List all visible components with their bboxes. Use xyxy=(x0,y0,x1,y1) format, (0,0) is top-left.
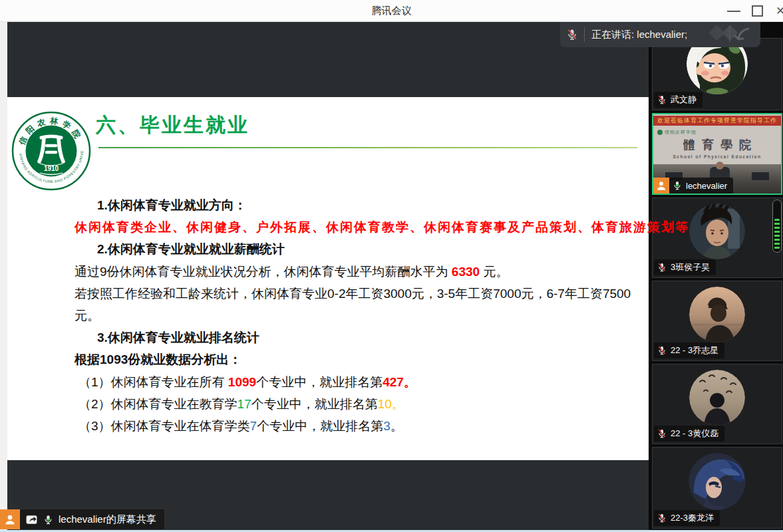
video-hall-subtitle: School of Physical Education xyxy=(653,154,781,159)
participant-name: 22 - 3黄仪磊 xyxy=(671,428,718,440)
slide-salary-line-3: 元。 xyxy=(75,305,649,327)
participant-name-badge: 22-3秦龙洋 xyxy=(654,510,720,526)
avatar-qinlongyang xyxy=(689,453,746,510)
slide-rank-item-1: （1）休闲体育专业在所有 1099个专业中，就业排名第427。 xyxy=(75,371,649,393)
participant-name: 22-3秦龙洋 xyxy=(671,512,714,524)
university-logo: 信阳农林学院 XINYANG AGRICULTURE AND FORESTRY … xyxy=(11,110,92,192)
participant-tile-houzihao[interactable]: 3班侯子昊 xyxy=(652,198,782,278)
minimize-button[interactable] xyxy=(722,0,745,22)
muted-mic-icon xyxy=(657,428,667,439)
participant-tile-lechevalier[interactable]: 欢迎莅临体育工作专项督查学院指导工作 信阳农林学院 體育學院 School of… xyxy=(652,113,782,195)
live-mic-icon xyxy=(672,180,683,191)
presenter-person-icon xyxy=(4,513,16,525)
slide-rank-item-2: （2）休闲体育专业在教育学17个专业中，就业排名第10。 xyxy=(75,393,649,415)
reply-arrow-icon xyxy=(707,25,756,46)
muted-mic-icon xyxy=(657,345,667,356)
participant-name-badge: 22 - 3乔志星 xyxy=(654,342,724,358)
audio-level-fill xyxy=(774,219,780,249)
muted-mic-icon xyxy=(657,513,667,523)
slide-salary-line-2: 若按照工作经验和工龄来统计，休闲体育专业0-2年工资3000元，3-5年工资70… xyxy=(75,283,649,305)
muted-mic-icon xyxy=(657,94,667,105)
slide-rank-intro: 根据1093份就业数据分析出： xyxy=(75,348,649,370)
slide-rank-item-3: （3）休闲体育专业在体育学类7个专业中，就业排名第3。 xyxy=(75,415,649,437)
toast-divider xyxy=(584,27,585,42)
share-label: lechevalier的屏幕共享 xyxy=(59,513,156,526)
live-mic-icon xyxy=(43,514,54,525)
slide-title: 六、毕业生就业 xyxy=(96,112,249,139)
video-mini-logo: 信阳农林学院 xyxy=(657,129,697,136)
participant-name-badge: 22 - 3黄仪磊 xyxy=(654,426,724,442)
sports-majors-count: 7 xyxy=(250,419,257,433)
participant-name-badge: 武文静 xyxy=(654,92,703,108)
slide-salary-line-1: 通过9份休闲体育专业就业状况分析，休闲体育专业平均薪酬水平为 6330 元。 xyxy=(75,261,649,283)
slide-heading-1: 1.休闲体育专业就业方向： xyxy=(75,194,649,216)
titlebar: 腾讯会议 ✕ xyxy=(0,0,783,22)
close-button[interactable]: ✕ xyxy=(770,0,783,22)
video-hall-title: 體育學院 xyxy=(653,137,781,153)
participant-name: 3班侯子昊 xyxy=(671,261,710,273)
participant-name: 22 - 3乔志星 xyxy=(671,344,718,356)
avatar-qiaozhixing xyxy=(689,287,745,342)
mini-logo-icon xyxy=(657,130,663,135)
slide-heading-2: 2.休闲体育专业就业就业薪酬统计 xyxy=(75,238,649,260)
minimize-icon xyxy=(727,11,740,12)
education-majors-count: 17 xyxy=(237,397,251,411)
tencent-meeting-window: 腾讯会议 ✕ 信阳农林学院 XINYANG AGRICULTURE AND FO… xyxy=(0,0,783,532)
avatar-huangyilei xyxy=(689,370,745,426)
participant-name-badge: 3班侯子昊 xyxy=(654,259,716,275)
left-gutter xyxy=(0,22,7,532)
muted-mic-icon xyxy=(565,28,579,41)
slide-body: 1.休闲体育专业就业方向： 休闲体育类企业、休闲健身、户外拓展、休闲体育教学、休… xyxy=(75,194,649,437)
window-title: 腾讯会议 xyxy=(0,5,783,17)
overall-rank: 427 xyxy=(383,375,404,389)
presenter-badge xyxy=(0,509,20,529)
total-majors-count: 1099 xyxy=(228,375,256,389)
logo-year: 1910 xyxy=(44,165,59,172)
maximize-button[interactable] xyxy=(746,0,769,22)
video-monitor-right xyxy=(752,172,769,180)
speaking-label: 正在讲话: lechevalier; xyxy=(591,29,687,41)
participant-tile-wuwenjing[interactable]: 武文静 xyxy=(652,38,782,110)
participant-tile-qinlongyang[interactable]: 22-3秦龙洋 xyxy=(652,447,782,529)
slide-heading-3: 3.休闲体育专业就业排名统计 xyxy=(75,327,649,348)
slide-title-rule xyxy=(98,147,637,148)
education-rank: 10 xyxy=(378,397,392,411)
close-icon: ✕ xyxy=(776,4,783,18)
participant-name: lechevalier xyxy=(686,181,727,191)
video-banner-text: 欢迎莅临体育工作专项督查学院指导工作 xyxy=(653,116,781,126)
participant-name-badge: lechevalier xyxy=(669,178,733,194)
maximize-icon xyxy=(752,5,763,17)
avg-salary-value: 6330 xyxy=(452,265,480,279)
audio-level-meter xyxy=(772,200,782,253)
sports-rank: 3 xyxy=(383,419,391,433)
slide-employment-directions: 休闲体育类企业、休闲健身、户外拓展、休闲体育教学、休闲体育赛事及产品策划、体育旅… xyxy=(75,216,649,238)
presenter-person-icon xyxy=(656,180,667,191)
avatar-houzihao xyxy=(689,203,745,259)
screen-share-chip: lechevalier的屏幕共享 xyxy=(0,509,164,529)
participant-tile-qiaozhixing[interactable]: 22 - 3乔志星 xyxy=(652,281,782,361)
participant-name: 武文静 xyxy=(671,94,697,106)
speaking-toast: 正在讲话: lechevalier; xyxy=(560,22,760,47)
muted-mic-icon xyxy=(657,262,667,273)
presenter-badge xyxy=(653,178,669,194)
screen-share-icon xyxy=(25,513,38,526)
participant-tile-huangyilei[interactable]: 22 - 3黄仪磊 xyxy=(652,364,782,444)
